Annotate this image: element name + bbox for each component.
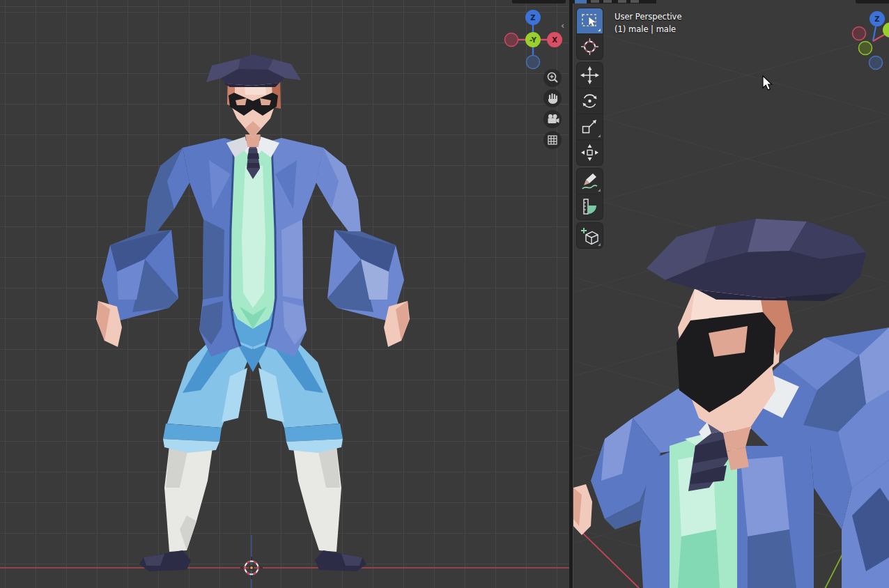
view-perspective-label: User Perspective	[614, 10, 681, 23]
front-view-scene	[0, 0, 570, 588]
cursor-tool-icon	[577, 34, 603, 59]
camera-icon	[543, 110, 562, 128]
header-icon-nub	[591, 0, 599, 3]
camera-view-button[interactable]	[543, 110, 562, 128]
header-sliver-corner	[856, 0, 889, 3]
tool-move[interactable]	[577, 63, 603, 88]
tool-add-cube[interactable]	[577, 223, 603, 248]
subtool-indicator	[598, 134, 601, 137]
x-axis-line-perspective	[577, 527, 639, 588]
navigation-gizmo-perspective[interactable]: Z	[851, 7, 889, 71]
character-model-front[interactable]	[96, 54, 410, 571]
move-icon	[577, 63, 603, 88]
tool-cursor[interactable]	[577, 33, 603, 59]
header-icon-nub	[618, 0, 626, 3]
gizmo-z-label: Z	[530, 14, 535, 22]
tool-scale[interactable]	[577, 114, 603, 139]
3d-cursor	[240, 557, 263, 579]
zoom-button[interactable]	[543, 69, 562, 87]
gizmo-neg-x[interactable]	[505, 33, 518, 47]
blender-window: Z X -Y	[0, 0, 889, 588]
tool-select-box[interactable]	[577, 8, 603, 33]
character-model-closeup[interactable]	[573, 219, 889, 588]
measure-icon	[577, 194, 603, 219]
mouse-cursor	[762, 75, 773, 91]
gizmo-x-label: X	[552, 36, 557, 44]
tool-transform[interactable]	[577, 139, 603, 165]
pan-button[interactable]	[543, 89, 562, 107]
viewport-perspective[interactable]: User Perspective (1) male | male	[573, 0, 889, 588]
gizmo-neg-z[interactable]	[527, 56, 540, 69]
tool-annotate[interactable]	[577, 169, 603, 194]
perspective-scene	[573, 0, 889, 588]
viewport-front[interactable]: Z X -Y	[0, 0, 570, 588]
tool-measure[interactable]	[577, 194, 603, 219]
subtool-indicator	[598, 29, 601, 31]
gizmo-neg-z[interactable]	[869, 56, 883, 70]
grid-ortho-button[interactable]	[543, 131, 562, 149]
selection-label: (1) male | male	[614, 23, 676, 36]
sidebar-collapse-arrow[interactable]: ‹	[561, 21, 564, 30]
gizmo-neg-y[interactable]	[859, 42, 872, 55]
header-icon-nub	[603, 0, 612, 3]
transform-icon	[577, 140, 603, 165]
header-icon-nub	[631, 0, 639, 3]
grid-icon	[543, 131, 562, 149]
rotate-icon	[577, 88, 603, 114]
header-icon-nub-active	[575, 0, 587, 3]
header-sliver-left	[512, 0, 566, 3]
hand-icon	[543, 89, 562, 107]
gizmo-y-label: -Y	[529, 36, 537, 44]
gizmo-z-label: Z	[874, 15, 879, 23]
tool-rotate[interactable]	[577, 88, 603, 114]
subtool-indicator	[598, 243, 601, 246]
tool-shelf	[577, 8, 603, 252]
subtool-indicator	[598, 189, 601, 192]
zoom-icon	[543, 69, 562, 87]
gizmo-neg-x[interactable]	[853, 27, 866, 40]
navigation-gizmo[interactable]: Z X -Y	[503, 8, 563, 71]
